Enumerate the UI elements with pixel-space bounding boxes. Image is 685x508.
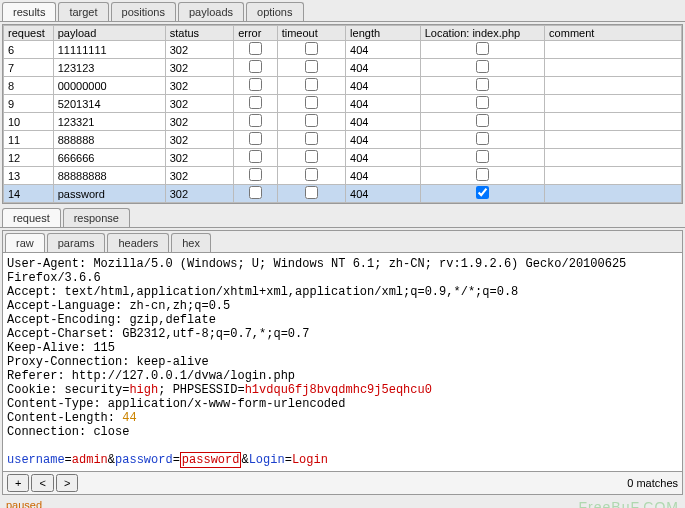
tab-results[interactable]: results <box>2 2 56 21</box>
col-location[interactable]: Location: index.php <box>420 26 544 41</box>
raw-line: Referer: http://127.0.0.1/dvwa/login.php <box>7 369 295 383</box>
location-checkbox[interactable] <box>476 186 489 199</box>
tab-payloads[interactable]: payloads <box>178 2 244 21</box>
cookie-phpsessid: h1vdqu6fj8bvqdmhc9j5eqhcu0 <box>245 383 432 397</box>
location-checkbox[interactable] <box>476 168 489 181</box>
watermark: FreeBuF.COM <box>579 499 679 508</box>
raw-line: Accept: text/html,application/xhtml+xml,… <box>7 285 518 299</box>
raw-line: Content-Length: <box>7 411 122 425</box>
error-checkbox[interactable] <box>249 78 262 91</box>
tab-hex[interactable]: hex <box>171 233 211 252</box>
search-bar: + < > 0 matches <box>3 471 682 494</box>
tab-headers[interactable]: headers <box>107 233 169 252</box>
col-payload[interactable]: payload <box>53 26 165 41</box>
raw-line: Cookie: security= <box>7 383 129 397</box>
timeout-checkbox[interactable] <box>305 132 318 145</box>
error-checkbox[interactable] <box>249 42 262 55</box>
tab-request[interactable]: request <box>2 208 61 227</box>
timeout-checkbox[interactable] <box>305 186 318 199</box>
table-row[interactable]: 95201314302404 <box>4 95 682 113</box>
param-password-key: password <box>115 453 173 467</box>
location-checkbox[interactable] <box>476 60 489 73</box>
location-checkbox[interactable] <box>476 78 489 91</box>
raw-line: Accept-Encoding: gzip,deflate <box>7 313 216 327</box>
location-checkbox[interactable] <box>476 114 489 127</box>
detail-tabs: request response <box>0 206 685 228</box>
tab-response[interactable]: response <box>63 208 130 227</box>
param-username-val: admin <box>72 453 108 467</box>
raw-line: Proxy-Connection: keep-alive <box>7 355 209 369</box>
cookie-security: high <box>129 383 158 397</box>
param-login-key: Login <box>249 453 285 467</box>
param-password-val: password <box>180 452 242 468</box>
raw-text[interactable]: User-Agent: Mozilla/5.0 (Windows; U; Win… <box>3 253 682 471</box>
timeout-checkbox[interactable] <box>305 78 318 91</box>
table-row[interactable]: 800000000302404 <box>4 77 682 95</box>
error-checkbox[interactable] <box>249 150 262 163</box>
tab-params[interactable]: params <box>47 233 106 252</box>
add-button[interactable]: + <box>7 474 29 492</box>
prev-button[interactable]: < <box>31 474 53 492</box>
raw-line: Connection: close <box>7 425 129 439</box>
error-checkbox[interactable] <box>249 96 262 109</box>
raw-line: ; PHPSESSID= <box>158 383 244 397</box>
col-error[interactable]: error <box>234 26 278 41</box>
table-row[interactable]: 7123123302404 <box>4 59 682 77</box>
error-checkbox[interactable] <box>249 132 262 145</box>
raw-line: Accept-Language: zh-cn,zh;q=0.5 <box>7 299 230 313</box>
table-row[interactable]: 11888888302404 <box>4 131 682 149</box>
timeout-checkbox[interactable] <box>305 150 318 163</box>
table-row[interactable]: 611111111302404 <box>4 41 682 59</box>
results-table: request payload status error timeout len… <box>3 25 682 203</box>
match-count: 0 matches <box>627 477 678 489</box>
next-button[interactable]: > <box>56 474 78 492</box>
col-comment[interactable]: comment <box>545 26 682 41</box>
tab-target[interactable]: target <box>58 2 108 21</box>
timeout-checkbox[interactable] <box>305 168 318 181</box>
error-checkbox[interactable] <box>249 186 262 199</box>
table-row[interactable]: 10123321302404 <box>4 113 682 131</box>
error-checkbox[interactable] <box>249 168 262 181</box>
raw-line: Accept-Charset: GB2312,utf-8;q=0.7,*;q=0… <box>7 327 309 341</box>
timeout-checkbox[interactable] <box>305 114 318 127</box>
timeout-checkbox[interactable] <box>305 60 318 73</box>
table-row[interactable]: 14password302404 <box>4 185 682 203</box>
tab-options[interactable]: options <box>246 2 303 21</box>
error-checkbox[interactable] <box>249 60 262 73</box>
param-login-val: Login <box>292 453 328 467</box>
content-length-value: 44 <box>122 411 136 425</box>
timeout-checkbox[interactable] <box>305 96 318 109</box>
location-checkbox[interactable] <box>476 150 489 163</box>
col-status[interactable]: status <box>165 26 233 41</box>
col-length[interactable]: length <box>346 26 421 41</box>
table-row[interactable]: 12666666302404 <box>4 149 682 167</box>
location-checkbox[interactable] <box>476 96 489 109</box>
raw-line: Content-Type: application/x-www-form-url… <box>7 397 345 411</box>
status-text: paused <box>6 499 42 508</box>
col-request[interactable]: request <box>4 26 54 41</box>
results-table-scroll[interactable]: request payload status error timeout len… <box>3 25 682 203</box>
results-panel: request payload status error timeout len… <box>2 24 683 204</box>
location-checkbox[interactable] <box>476 42 489 55</box>
tab-positions[interactable]: positions <box>111 2 176 21</box>
status-bar: paused FreeBuF.COM <box>0 497 685 508</box>
detail-panel: raw params headers hex User-Agent: Mozil… <box>2 230 683 495</box>
error-checkbox[interactable] <box>249 114 262 127</box>
location-checkbox[interactable] <box>476 132 489 145</box>
sub-tabs: raw params headers hex <box>3 231 682 253</box>
timeout-checkbox[interactable] <box>305 42 318 55</box>
col-timeout[interactable]: timeout <box>277 26 345 41</box>
raw-line: User-Agent: Mozilla/5.0 (Windows; U; Win… <box>7 257 634 285</box>
tab-raw[interactable]: raw <box>5 233 45 252</box>
raw-line: Keep-Alive: 115 <box>7 341 115 355</box>
table-row[interactable]: 1388888888302404 <box>4 167 682 185</box>
param-username-key: username <box>7 453 65 467</box>
top-tabs: results target positions payloads option… <box>0 0 685 22</box>
table-row[interactable]: 151234567890302404 <box>4 203 682 204</box>
